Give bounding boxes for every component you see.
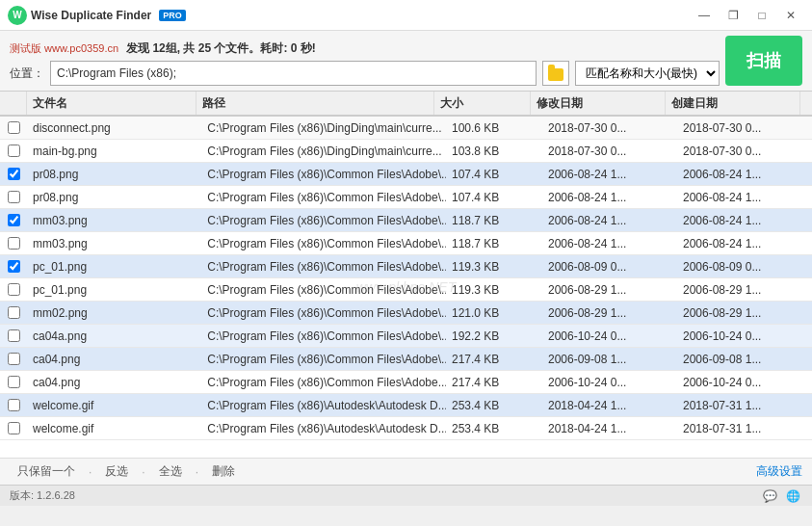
th-checkbox (0, 92, 27, 115)
minimize-button[interactable]: — (691, 5, 718, 26)
version-label: 版本: 1.2.6.28 (10, 488, 75, 503)
table-header: 文件名 路径 大小 修改日期 创建日期 (0, 92, 812, 117)
table-row: mm02.pngC:\Program Files (x86)\Common Fi… (0, 302, 812, 325)
row-path: C:\Program Files (x86)\Common Files\Adob… (201, 232, 446, 254)
row-checkbox[interactable] (8, 145, 20, 157)
row-path: C:\Program Files (x86)\Common Files\Adob… (201, 325, 446, 347)
row-filename: welcome.gif (27, 394, 201, 416)
row-checkbox[interactable] (8, 121, 20, 134)
row-checkbox[interactable] (8, 260, 20, 273)
row-checkbox[interactable] (8, 329, 20, 342)
status-text: 发现 12组, 共 25 个文件。耗时: 0 秒! (126, 40, 316, 57)
row-checkbox[interactable] (8, 399, 20, 411)
row-size: 119.3 KB (446, 278, 542, 301)
row-checkbox[interactable] (8, 168, 20, 180)
th-size: 大小 (434, 92, 531, 115)
row-filename: pr08.png (27, 186, 201, 208)
tray-icon-1: 💬 (760, 487, 779, 505)
sep2: · (142, 465, 144, 479)
row-size: 217.4 KB (446, 348, 542, 370)
status-bar: 版本: 1.2.6.28 💬 🌐 (0, 485, 812, 506)
row-filename: ca04a.png (27, 325, 201, 347)
keep-one-button[interactable]: 只保留一个 (10, 461, 83, 482)
row-size: 103.8 KB (446, 140, 542, 162)
th-filename: 文件名 (27, 92, 196, 115)
row-created: 2018-07-31 1... (677, 394, 812, 416)
close-button[interactable]: ✕ (777, 5, 804, 26)
row-checkbox[interactable] (8, 353, 20, 365)
row-size: 107.4 KB (446, 186, 542, 208)
row-checkbox-cell (0, 117, 27, 139)
row-checkbox[interactable] (8, 237, 20, 250)
advanced-settings-link[interactable]: 高级设置 (756, 463, 802, 480)
location-label: 位置： (10, 66, 44, 82)
row-created: 2018-07-30 0... (677, 140, 812, 162)
delete-button[interactable]: 删除 (204, 461, 243, 482)
row-created: 2006-08-29 1... (677, 278, 812, 301)
toolbar-left: 测试版 www.pc0359.cn 发现 12组, 共 25 个文件。耗时: 0… (10, 40, 720, 86)
row-checkbox-cell (0, 417, 27, 439)
table-row: mm03.pngC:\Program Files (x86)\Common Fi… (0, 232, 812, 255)
window-controls: — ❐ □ ✕ (691, 5, 804, 26)
row-path: C:\Program Files (x86)\Common Files\Adob… (201, 302, 446, 324)
row-path: C:\Program Files (x86)\Common Files\Adob… (201, 163, 446, 185)
select-all-button[interactable]: 全选 (151, 461, 190, 482)
row-checkbox[interactable] (8, 422, 20, 434)
browse-folder-button[interactable] (542, 61, 569, 86)
row-checkbox[interactable] (8, 191, 20, 203)
status-icons: 💬 🌐 (760, 487, 802, 505)
th-scrollbar-spacer (800, 92, 812, 115)
scan-button[interactable]: 扫描 (725, 36, 802, 86)
table-row: pr08.pngC:\Program Files (x86)\Common Fi… (0, 186, 812, 209)
row-created: 2006-08-09 0... (677, 255, 812, 277)
table-body: www.pkbne.NET disconnect.pngC:\Program F… (0, 117, 812, 458)
location-input[interactable] (50, 61, 537, 86)
row-size: 119.3 KB (446, 255, 542, 277)
row-path: C:\Program Files (x86)\Common Files\Adob… (201, 348, 446, 370)
row-checkbox[interactable] (8, 214, 20, 226)
match-mode-select[interactable]: 匹配名称和大小(最快) 匹配内容(较慢) 匹配名称(快速) (575, 61, 720, 86)
row-filename: main-bg.png (27, 140, 201, 162)
row-modified: 2006-08-24 1... (542, 232, 677, 254)
row-created: 2018-07-30 0... (677, 117, 812, 139)
row-checkbox[interactable] (8, 376, 20, 388)
app-title: Wise Duplicate Finder (31, 9, 151, 22)
invert-button[interactable]: 反选 (97, 461, 136, 482)
row-checkbox-cell (0, 255, 27, 277)
table-row: pc_01.pngC:\Program Files (x86)\Common F… (0, 278, 812, 302)
table-row: pr08.pngC:\Program Files (x86)\Common Fi… (0, 163, 812, 186)
row-path: C:\Program Files (x86)\Autodesk\Autodesk… (201, 394, 446, 416)
row-modified: 2006-08-24 1... (542, 186, 677, 208)
row-size: 192.2 KB (446, 325, 542, 347)
table-row: ca04.pngC:\Program Files (x86)\Common Fi… (0, 371, 812, 394)
row-created: 2006-08-24 1... (677, 186, 812, 208)
row-filename: welcome.gif (27, 417, 201, 439)
th-modified: 修改日期 (531, 92, 666, 115)
row-size: 121.0 KB (446, 302, 542, 324)
table-row: pc_01.pngC:\Program Files (x86)\Common F… (0, 255, 812, 278)
row-modified: 2006-08-24 1... (542, 163, 677, 185)
table-row: welcome.gifC:\Program Files (x86)\Autode… (0, 417, 812, 440)
row-modified: 2018-04-24 1... (542, 394, 677, 416)
row-created: 2006-10-24 0... (677, 325, 812, 347)
bottom-toolbar: 只保留一个 · 反选 · 全选 · 删除 高级设置 (0, 458, 812, 485)
row-modified: 2006-09-08 1... (542, 348, 677, 370)
row-modified: 2018-07-30 0... (542, 140, 677, 162)
row-filename: ca04.png (27, 371, 201, 393)
row-modified: 2006-10-24 0... (542, 371, 677, 393)
row-checkbox[interactable] (8, 283, 20, 296)
row-checkbox[interactable] (8, 306, 20, 319)
row-filename: ca04.png (27, 348, 201, 370)
maximize-button[interactable]: □ (748, 5, 775, 26)
row-modified: 2006-08-29 1... (542, 278, 677, 301)
toolbar: 测试版 www.pc0359.cn 发现 12组, 共 25 个文件。耗时: 0… (0, 31, 812, 92)
row-created: 2006-09-08 1... (677, 348, 812, 370)
table-row: ca04a.pngC:\Program Files (x86)\Common F… (0, 325, 812, 348)
row-modified: 2006-08-24 1... (542, 209, 677, 231)
table-row: mm03.pngC:\Program Files (x86)\Common Fi… (0, 209, 812, 232)
row-created: 2006-08-29 1... (677, 302, 812, 324)
row-created: 2006-08-24 1... (677, 163, 812, 185)
row-checkbox-cell (0, 209, 27, 231)
restore-button[interactable]: ❐ (720, 5, 747, 26)
row-path: C:\Program Files (x86)\Autodesk\Autodesk… (201, 417, 446, 439)
